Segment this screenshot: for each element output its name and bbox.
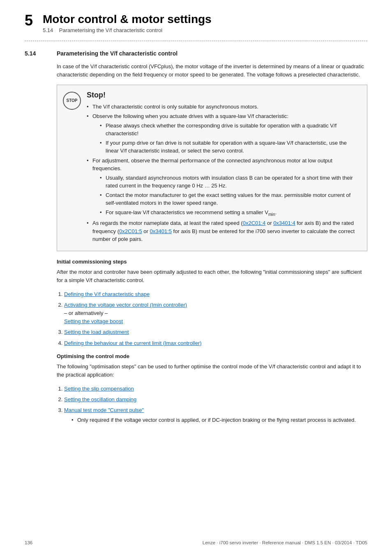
page: 5 Motor control & motor settings 5.14 Pa… xyxy=(0,0,392,555)
section-heading: 5.14 Parameterising the V/f characterist… xyxy=(25,50,367,57)
stop-content: Stop! The V/f characteristic control is … xyxy=(87,91,360,245)
initial-step-3: Setting the load adjustment xyxy=(64,328,367,336)
or-alternatively: – or alternatively – xyxy=(64,309,367,317)
initial-step-2: Activating the voltage vector control (I… xyxy=(64,301,367,326)
stop-subitem-2-2: If your pump drive or fan drive is not s… xyxy=(100,139,360,155)
page-footer: 136 Lenze · i700 servo inverter · Refere… xyxy=(0,540,392,545)
link-load-adjustment[interactable]: Setting the load adjustment xyxy=(64,329,129,335)
initial-commissioning-heading: Initial commissioning steps xyxy=(57,259,367,265)
optimising-step-1: Setting the slip compensation xyxy=(64,385,367,393)
stop-sublist-3: Usually, standard asynchronous motors wi… xyxy=(92,174,360,217)
chapter-title-block: Motor control & motor settings 5.14 Para… xyxy=(43,12,212,33)
link-0x3401-4[interactable]: 0x3401:4 xyxy=(273,220,295,226)
stop-sublist-2: Please always check whether the correspo… xyxy=(92,122,360,155)
link-oscillation-damping[interactable]: Setting the oscillation damping xyxy=(64,396,136,402)
stop-item-3: For adjustment, observe the thermal perf… xyxy=(87,157,360,217)
link-0x2C01-5[interactable]: 0x2C01:5 xyxy=(119,228,142,234)
stop-icon: STOP xyxy=(63,92,81,110)
optimising-bullet-1: Only required if the voltage vector cont… xyxy=(71,416,367,424)
optimising-heading: Optimising the control mode xyxy=(57,353,367,359)
stop-subitem-3-1: Usually, standard asynchronous motors wi… xyxy=(100,174,360,190)
link-0x2C01-4[interactable]: 0x2C01:4 xyxy=(243,220,266,226)
initial-step-4: Defining the behaviour at the current li… xyxy=(64,339,367,347)
initial-commissioning-intro: After the motor and controller have been… xyxy=(57,268,367,284)
link-0x3401-5[interactable]: 0x3401:5 xyxy=(150,228,172,234)
section-ref-label: Parameterising the V/f characteristic co… xyxy=(59,27,162,33)
optimising-step-2: Setting the oscillation damping xyxy=(64,395,367,404)
stop-item-1: The V/f characteristic control is only s… xyxy=(87,103,360,111)
initial-step-1: Defining the V/f characteristic shape xyxy=(64,290,367,298)
stop-box: STOP Stop! The V/f characteristic contro… xyxy=(57,85,367,251)
chapter-title: Motor control & motor settings xyxy=(43,12,212,26)
stop-subitem-3-2: Contact the motor manufacturer to get th… xyxy=(100,191,360,207)
optimising-intro: The following "optimisation steps" can b… xyxy=(57,363,367,379)
link-voltage-boost[interactable]: Setting the voltage boost xyxy=(64,318,123,324)
optimising-step-3-bullets: Only required if the voltage vector cont… xyxy=(64,416,367,424)
chapter-subtitle: 5.14 Parameterising the V/f characterist… xyxy=(43,27,212,33)
initial-commissioning-list: Defining the V/f characteristic shape Ac… xyxy=(57,290,367,347)
stop-item-4: As regards the motor nameplate data, at … xyxy=(87,219,360,243)
link-slip-compensation[interactable]: Setting the slip compensation xyxy=(64,386,134,392)
section-number: 5.14 xyxy=(25,50,44,57)
stop-item-2: Observe the following when you actuate d… xyxy=(87,112,360,155)
page-header: 5 Motor control & motor settings 5.14 Pa… xyxy=(25,12,367,33)
section-ref: 5.14 xyxy=(43,27,53,33)
stop-subitem-2-1: Please always check whether the correspo… xyxy=(100,122,360,138)
section-title: Parameterising the V/f characteristic co… xyxy=(57,50,178,57)
stop-title: Stop! xyxy=(87,91,360,99)
doc-info: Lenze · i700 servo inverter · Reference … xyxy=(203,540,367,545)
link-vf-characteristic-shape[interactable]: Defining the V/f characteristic shape xyxy=(64,291,150,297)
chapter-number: 5 xyxy=(25,12,33,29)
link-current-limit[interactable]: Defining the behaviour at the current li… xyxy=(64,340,202,346)
page-number: 136 xyxy=(25,540,32,545)
section-divider xyxy=(25,41,367,41)
section-intro: In case of the V/f characteristic contro… xyxy=(57,62,367,79)
link-voltage-vector-control[interactable]: Activating the voltage vector control (I… xyxy=(64,302,187,308)
optimising-step-3: Manual test mode "Current pulse" Only re… xyxy=(64,406,367,424)
stop-subitem-3-3: For square-law V/f characteristics we re… xyxy=(100,208,360,217)
stop-list: The V/f characteristic control is only s… xyxy=(87,103,360,243)
optimising-list: Setting the slip compensation Setting th… xyxy=(57,385,367,424)
link-manual-test-mode[interactable]: Manual test mode "Current pulse" xyxy=(64,407,144,413)
